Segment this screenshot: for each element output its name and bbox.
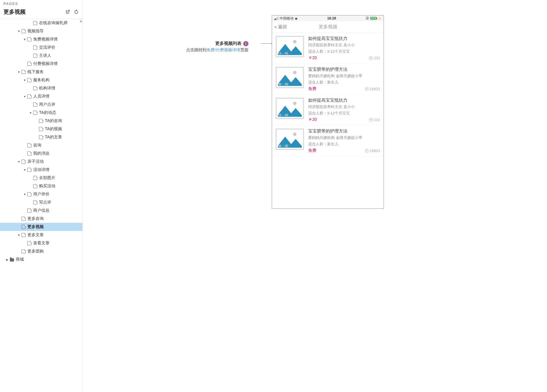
- tree-item[interactable]: ▼全部图片: [0, 174, 82, 182]
- tree-item-label: 用户点评: [39, 102, 55, 107]
- tree-item-label: TA的动态: [39, 110, 56, 115]
- sidebar-header: PAGES: [0, 0, 82, 6]
- caret-icon[interactable]: ▼: [17, 70, 20, 74]
- tree-item-label: 主讲人: [39, 53, 51, 58]
- tree-item[interactable]: ▼更多文章: [0, 231, 82, 239]
- tree-item[interactable]: ▼在线咨询催乳师: [0, 19, 82, 27]
- nav-bar: < 返回 更多视频: [272, 21, 384, 33]
- page-icon: [27, 151, 31, 156]
- video-duration: 15：45: [278, 51, 288, 56]
- annotation-link[interactable]: 免费/付费视频详情: [207, 47, 240, 52]
- caret-icon[interactable]: ▼: [23, 79, 26, 82]
- charging-icon: ⚡: [378, 17, 381, 20]
- page-icon: [33, 21, 37, 25]
- tree-item-label: 更多文章: [27, 232, 44, 238]
- tree-item[interactable]: ▼亲子活动: [0, 158, 82, 166]
- page-icon: [27, 94, 31, 98]
- tree-item[interactable]: ▼视频指导: [0, 27, 82, 35]
- tree-item[interactable]: ▼购买活动: [0, 182, 82, 190]
- tree-item[interactable]: ▼付费视频详情: [0, 60, 82, 68]
- tree-item[interactable]: ▼免费视频详情: [0, 35, 82, 43]
- canvas: 更多视频列表 1 点击跳转到免费/付费视频详情页面 中国移动 ◉ 18:28 ⦿…: [83, 0, 547, 392]
- tree-item[interactable]: ▼线下服务: [0, 68, 82, 76]
- page-tree[interactable]: ▲ ▼在线咨询催乳师▼视频指导▼免费视频详情▼交流评价▼主讲人▼付费视频详情▼线…: [0, 19, 82, 392]
- tree-item-label: TA的咨询: [45, 118, 62, 123]
- tree-item[interactable]: ▼服务机构: [0, 76, 82, 84]
- carrier-label: 中国移动: [280, 16, 294, 21]
- tree-item[interactable]: ▼咨询: [0, 141, 82, 149]
- tree-item[interactable]: ▼TA的咨询: [0, 117, 82, 125]
- video-views: 233: [369, 56, 380, 60]
- caret-icon[interactable]: ▼: [23, 38, 26, 41]
- tree-item[interactable]: ▼机构详情: [0, 84, 82, 92]
- battery-icon: [370, 17, 377, 20]
- tree-item-label: 用户评价: [33, 192, 50, 197]
- tree-item-label: 亲子活动: [27, 159, 44, 164]
- tree-item[interactable]: ▼商户信息: [0, 206, 82, 215]
- annotation-desc-post: 页面: [240, 47, 248, 52]
- tree-item-label: TA的文章: [45, 135, 62, 140]
- tree-item[interactable]: ▶商城: [0, 255, 82, 264]
- status-bar: 中国移动 ◉ 18:28 ⦿ ⚡: [272, 15, 384, 21]
- caret-icon[interactable]: ▼: [23, 193, 26, 196]
- tree-item-label: 购买活动: [39, 183, 55, 189]
- tree-item[interactable]: ▼人员详情: [0, 92, 82, 100]
- video-duration: 15：45: [278, 113, 288, 117]
- video-meta: 如何提高宝宝抵抗力同济医院营养科主任 吴小小适合人群：3-12个月宝宝￥2023…: [308, 98, 380, 122]
- video-price: 免费: [308, 86, 316, 91]
- video-author: 同济医院营养科主任 吴小小: [308, 104, 380, 110]
- refresh-icon[interactable]: [74, 9, 79, 15]
- video-list[interactable]: 15：45如何提高宝宝抵抗力同济医院营养科主任 吴小小适合人群：3-12个月宝宝…: [272, 33, 384, 209]
- back-button[interactable]: < 返回: [274, 24, 287, 30]
- tree-item[interactable]: ▼TA的文章: [0, 133, 82, 141]
- video-item[interactable]: 15：45如何提高宝宝抵抗力同济医院营养科主任 吴小小适合人群：3-12个月宝宝…: [272, 33, 384, 64]
- video-title: 如何提高宝宝抵抗力: [308, 98, 380, 103]
- video-item[interactable]: 15：45如何提高宝宝抵抗力同济医院营养科主任 吴小小适合人群：3-12个月宝宝…: [272, 95, 384, 126]
- caret-icon[interactable]: ▼: [23, 168, 26, 172]
- caret-icon[interactable]: ▼: [17, 30, 20, 33]
- tree-item[interactable]: ▼主讲人: [0, 52, 82, 60]
- page-icon: [33, 86, 37, 90]
- video-title: 宝宝脐带的护理方法: [308, 67, 380, 72]
- tree-item[interactable]: ▼用户评价: [0, 190, 82, 198]
- tree-item[interactable]: ▼更多视频: [0, 223, 82, 231]
- tree-item-label: 视频指导: [27, 29, 44, 34]
- annotation-desc: 点击跳转到免费/付费视频详情页面: [186, 47, 248, 53]
- tree-item[interactable]: ▼交流评价: [0, 43, 82, 52]
- page-icon: [27, 62, 31, 66]
- video-item[interactable]: 06：30宝宝脐带的护理方法爱妈妈月嫂机构 金牌月嫂赵小早适合人群：新生儿免费1…: [272, 126, 384, 156]
- tree-item[interactable]: ▼活动详情: [0, 166, 82, 174]
- tree-item[interactable]: ▼我的消息: [0, 149, 82, 158]
- tree-item[interactable]: ▼TA的视频: [0, 125, 82, 133]
- video-thumbnail: 15：45: [276, 36, 304, 57]
- folder-icon: [10, 258, 14, 262]
- scroll-up-icon[interactable]: ▲: [80, 19, 82, 23]
- video-title: 宝宝脐带的护理方法: [308, 128, 380, 134]
- export-icon[interactable]: [65, 9, 70, 15]
- play-icon: [369, 56, 373, 60]
- page-icon: [39, 127, 43, 131]
- page-icon: [27, 192, 31, 196]
- video-price: ￥20: [308, 117, 317, 122]
- caret-icon[interactable]: ▼: [17, 234, 20, 237]
- tree-item[interactable]: ▼更多咨询: [0, 215, 82, 223]
- tree-item-label: 交流评价: [39, 45, 55, 50]
- caret-icon[interactable]: ▼: [23, 95, 26, 98]
- tree-item[interactable]: ▼TA的动态: [0, 109, 82, 117]
- nav-title: 更多视频: [272, 24, 384, 30]
- video-item[interactable]: 06：30宝宝脐带的护理方法爱妈妈月嫂机构 金牌月嫂赵小早适合人群：新生儿免费1…: [272, 64, 384, 95]
- tree-item[interactable]: ▼更多团购: [0, 247, 82, 255]
- tree-item[interactable]: ▼查看文章: [0, 239, 82, 247]
- video-duration: 06：30: [278, 82, 288, 86]
- caret-icon[interactable]: ▶: [6, 258, 9, 261]
- caret-icon[interactable]: ▼: [17, 160, 20, 163]
- page-icon: [27, 209, 31, 213]
- tree-item-label: 人员详情: [33, 94, 50, 99]
- caret-icon[interactable]: ▼: [29, 111, 32, 114]
- tree-item[interactable]: ▼用户点评: [0, 100, 82, 109]
- video-author: 爱妈妈月嫂机构 金牌月嫂赵小早: [308, 135, 380, 140]
- video-audience: 适合人群：3-12个月宝宝: [308, 49, 380, 54]
- tree-item-label: 更多咨询: [27, 216, 44, 221]
- page-icon: [22, 225, 26, 229]
- tree-item[interactable]: ▼写点评: [0, 198, 82, 206]
